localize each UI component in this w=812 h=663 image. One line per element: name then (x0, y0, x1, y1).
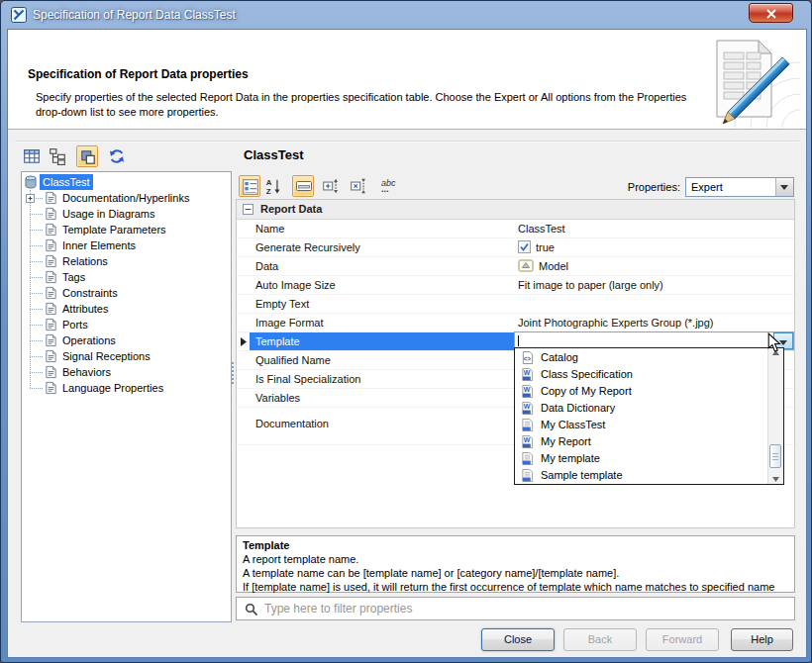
tree-item-behaviors[interactable]: Behaviors (22, 364, 231, 380)
show-description-icon (295, 178, 313, 194)
property-value[interactable]: Fit image to paper (large only) (514, 276, 794, 294)
template-option-my-template[interactable]: My template (515, 449, 783, 466)
visible-panels-button[interactable] (76, 145, 98, 167)
svg-text:W: W (524, 386, 531, 393)
table-view-button[interactable] (21, 145, 43, 167)
refresh-icon (108, 147, 126, 165)
template-option-class-specification[interactable]: WClass Specification (515, 365, 783, 382)
categorized-view-button[interactable] (239, 175, 260, 197)
property-row-image-format[interactable]: Image Format Joint Photographic Experts … (237, 314, 794, 332)
tree-item-operations[interactable]: Operations (22, 332, 231, 348)
template-option-my-classtest[interactable]: My ClassTest (515, 416, 783, 432)
description-line: If [template name] is used, it will retu… (243, 580, 788, 594)
document-icon (45, 318, 57, 332)
dropdown-scrollbar[interactable] (767, 348, 783, 484)
abc-icon: abc ... (379, 177, 401, 195)
template-option-copy-of-my-report[interactable]: WCopy of My Report (515, 382, 783, 399)
class-icon (25, 175, 37, 189)
specification-dialog: Specification of Report Data ClassTest S… (0, 0, 812, 663)
title-bar[interactable]: Specification of Report Data ClassTest (1, 1, 811, 29)
checkbox-checked-icon[interactable] (518, 240, 531, 253)
help-button[interactable]: Help (731, 628, 793, 651)
properties-mode-arrow[interactable] (775, 178, 793, 196)
template-option-sample-template[interactable]: Sample template (515, 466, 783, 483)
document-icon (45, 254, 57, 268)
rtf-file-icon (521, 469, 534, 487)
collapse-nodes-icon (350, 177, 367, 195)
tree-item-inner-elements[interactable]: Inner Elements (22, 237, 231, 253)
property-row-empty-text[interactable]: Empty Text (237, 295, 794, 314)
svg-text:Z: Z (266, 187, 271, 195)
template-option-my-report[interactable]: WMy Report (515, 432, 783, 449)
document-icon (45, 191, 57, 205)
close-button[interactable] (749, 3, 793, 23)
template-dropdown-list: <>Catalog WClass Specification WCopy of … (514, 347, 784, 485)
group-header-report-data[interactable]: Report Data (237, 200, 794, 220)
template-option-catalog[interactable]: <>Catalog (515, 348, 783, 365)
properties-mode-select[interactable]: Expert (685, 177, 794, 197)
property-value[interactable]: Joint Photographic Experts Group (*.jpg) (514, 314, 794, 332)
header-description: Specify properties of the selected Repor… (36, 91, 686, 103)
close-dialog-button[interactable]: Close (481, 628, 555, 651)
document-icon (45, 238, 57, 252)
svg-text:A: A (266, 178, 272, 187)
property-row-data[interactable]: Data Model (237, 257, 794, 276)
property-value[interactable]: ClassTest (514, 220, 794, 237)
svg-text:W: W (524, 436, 531, 443)
document-icon (45, 270, 57, 284)
table-view-icon (23, 147, 41, 165)
visible-panels-icon (79, 148, 97, 166)
tree-item-usage[interactable]: Usage in Diagrams (22, 206, 231, 222)
header-description: drop-down list to see more properties. (36, 106, 219, 118)
property-value[interactable]: true (514, 238, 794, 256)
svg-text:<>: <> (523, 355, 531, 362)
expand-nodes-button[interactable] (320, 175, 342, 197)
abc-options-button[interactable]: abc ... (377, 175, 399, 197)
show-description-button[interactable] (292, 175, 314, 197)
tree-item-language-properties[interactable]: Language Properties (22, 380, 231, 396)
tree-view-icon (49, 147, 66, 165)
tree-root-classtest[interactable]: ClassTest (22, 174, 231, 190)
categorized-view-icon (242, 178, 259, 196)
scroll-down-icon[interactable] (772, 477, 779, 482)
tree-item-ports[interactable]: Ports (22, 317, 231, 332)
collapse-nodes-button[interactable] (348, 175, 369, 197)
tree-item-attributes[interactable]: Attributes (22, 301, 231, 317)
filter-box[interactable] (236, 597, 795, 620)
chevron-down-icon (780, 185, 788, 190)
tree-item-documentation[interactable]: Documentation/Hyperlinks (22, 190, 231, 206)
svg-text:W: W (524, 369, 531, 376)
refresh-button[interactable] (106, 145, 128, 167)
collapse-minus-icon[interactable] (243, 204, 254, 215)
tree-view-button[interactable] (47, 145, 68, 167)
document-icon (45, 207, 57, 221)
property-row-name[interactable]: Name ClassTest (237, 220, 794, 238)
sort-az-icon: A Z (264, 177, 282, 195)
template-option-data-dictionary[interactable]: WData Dictionary (515, 399, 783, 416)
scroll-thumb[interactable] (769, 444, 781, 468)
tree-item-signal-receptions[interactable]: Signal Receptions (22, 348, 231, 364)
sort-alphabetically-button[interactable]: A Z (262, 175, 284, 197)
document-icon (45, 333, 57, 347)
properties-mode-label: Properties: (595, 181, 680, 193)
tree-item-tags[interactable]: Tags (22, 269, 231, 285)
element-tree[interactable]: ClassTest Documentation/Hyperlinks Usage… (21, 171, 232, 622)
selected-element-name: ClassTest (244, 147, 303, 162)
document-icon (45, 365, 57, 379)
svg-text:W: W (524, 403, 531, 410)
document-icon (45, 381, 57, 395)
property-row-auto-image-size[interactable]: Auto Image Size Fit image to paper (larg… (237, 276, 794, 295)
property-row-generate-recursively[interactable]: Generate Recursively true (237, 238, 794, 257)
forward-button: Forward (646, 628, 719, 651)
filter-input[interactable] (262, 600, 790, 617)
property-description-panel: Template A report template name. A templ… (236, 535, 795, 593)
document-pencil-illustration (701, 33, 800, 128)
expand-plus-icon[interactable] (26, 194, 35, 203)
svg-text:...: ... (381, 184, 389, 194)
app-icon (11, 7, 27, 23)
tree-item-relations[interactable]: Relations (22, 253, 231, 269)
tree-item-constraints[interactable]: Constraints (22, 285, 231, 301)
tree-item-template-parameters[interactable]: Template Parameters (22, 222, 231, 237)
property-value[interactable] (514, 295, 794, 313)
property-value[interactable]: Model (514, 257, 794, 275)
